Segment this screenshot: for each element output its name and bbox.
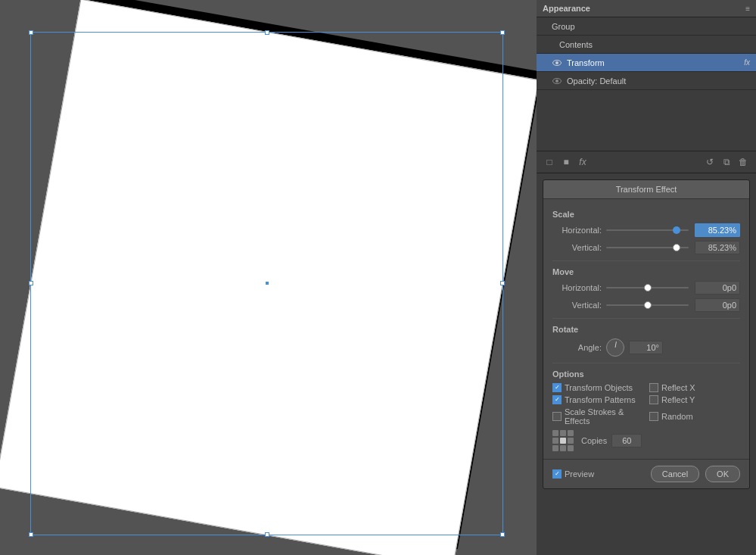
footer-duplicate-icon[interactable]: ⧉	[720, 155, 733, 169]
handle-top-right[interactable]	[500, 30, 505, 35]
svg-point-1	[555, 61, 558, 64]
scale-horizontal-slider[interactable]	[606, 229, 689, 231]
angle-needle	[615, 341, 617, 348]
origin-dot-3[interactable]	[568, 430, 574, 436]
footer-fx-icon[interactable]: fx	[576, 155, 590, 169]
appearance-row-transform-label: Transform	[567, 58, 744, 67]
footer-new-fill-icon[interactable]: ■	[559, 155, 573, 169]
handle-bot-left[interactable]	[29, 532, 33, 537]
move-horizontal-slider[interactable]	[606, 287, 689, 288]
appearance-row-transform[interactable]: Transform fx	[537, 54, 756, 72]
reflect-y-label: Reflect Y	[661, 395, 695, 404]
random-checkbox[interactable]	[649, 412, 658, 421]
handle-mid-right[interactable]	[500, 281, 505, 285]
transform-patterns-row: Transform Patterns	[552, 395, 643, 404]
copies-input[interactable]	[611, 434, 642, 447]
appearance-footer: □ ■ fx ↺ ⧉ 🗑	[537, 151, 756, 173]
origin-dot-6[interactable]	[568, 438, 574, 444]
eye-icon-opacity[interactable]	[552, 76, 562, 86]
handle-top-center[interactable]	[265, 30, 269, 35]
footer-clear-icon[interactable]: ↺	[703, 155, 717, 169]
preview-label: Preview	[565, 469, 594, 479]
appearance-row-opacity[interactable]: Opacity: Default	[537, 72, 756, 90]
appearance-row-group-label: Group	[552, 22, 750, 31]
transform-objects-checkbox[interactable]	[552, 383, 562, 392]
origin-dot-1[interactable]	[552, 430, 558, 436]
appearance-spacer	[537, 90, 756, 151]
origin-dot-2[interactable]	[560, 430, 566, 436]
move-rotate-divider	[552, 318, 740, 319]
scale-strokes-checkbox[interactable]	[552, 412, 562, 421]
fx-badge: fx	[744, 58, 750, 67]
angle-input[interactable]	[629, 341, 663, 354]
origin-dot-9[interactable]	[568, 445, 574, 451]
options-grid: Transform Objects Reflect X Transform Pa…	[552, 383, 740, 426]
scale-vertical-input[interactable]	[695, 241, 740, 254]
move-vertical-slider[interactable]	[606, 304, 689, 306]
move-horizontal-row: Horizontal:	[552, 281, 740, 295]
origin-dot-5[interactable]	[560, 438, 566, 444]
origin-dot-7[interactable]	[552, 445, 558, 451]
angle-dial[interactable]	[606, 338, 624, 357]
appearance-list: Group Contents Transform fx	[537, 17, 756, 90]
dialog-title: Transform Effect	[616, 185, 677, 194]
origin-dot-8[interactable]	[560, 445, 566, 451]
transform-effect-dialog: Transform Effect Scale Horizontal: Verti…	[543, 179, 750, 489]
reflect-x-row: Reflect X	[649, 383, 740, 392]
random-label: Random	[661, 412, 693, 421]
scale-strokes-row: Scale Strokes & Effects	[552, 407, 643, 426]
appearance-menu-icon[interactable]: ≡	[745, 5, 750, 13]
scale-horizontal-input[interactable]	[695, 223, 740, 237]
cancel-button[interactable]: Cancel	[651, 466, 699, 482]
move-section-title: Move	[552, 267, 740, 276]
scale-vertical-label: Vertical:	[552, 243, 602, 252]
transform-objects-label: Transform Objects	[565, 383, 633, 392]
appearance-row-contents[interactable]: Contents	[537, 36, 756, 54]
ok-button[interactable]: OK	[705, 466, 740, 482]
appearance-row-contents-label: Contents	[559, 40, 750, 49]
appearance-row-group[interactable]: Group	[537, 17, 756, 36]
origin-grid[interactable]	[552, 430, 574, 451]
handle-mid-left[interactable]	[29, 281, 33, 285]
center-dot	[266, 282, 269, 285]
move-vertical-input[interactable]	[695, 298, 740, 312]
move-horizontal-input[interactable]	[695, 281, 740, 295]
options-section-title: Options	[552, 369, 740, 379]
handle-bot-right[interactable]	[500, 532, 505, 537]
svg-point-3	[555, 80, 558, 83]
move-horizontal-label: Horizontal:	[552, 283, 602, 292]
reflect-x-checkbox[interactable]	[649, 383, 658, 392]
scale-section-title: Scale	[552, 210, 740, 219]
rotate-row: Angle:	[552, 338, 740, 357]
dialog-body: Scale Horizontal: Vertical: Move	[543, 199, 749, 459]
transform-objects-row: Transform Objects	[552, 383, 643, 392]
canvas-content	[19, 20, 511, 535]
reflect-y-checkbox[interactable]	[649, 395, 658, 404]
preview-checkbox[interactable]	[552, 469, 562, 479]
footer-delete-icon[interactable]: 🗑	[736, 155, 750, 169]
scale-move-divider	[552, 260, 740, 261]
dialog-footer: Preview Cancel OK	[543, 459, 749, 488]
scale-vertical-row: Vertical:	[552, 241, 740, 254]
origin-dot-4[interactable]	[552, 438, 558, 444]
scale-horizontal-label: Horizontal:	[552, 226, 602, 235]
scale-horizontal-row: Horizontal:	[552, 223, 740, 237]
scale-strokes-label: Scale Strokes & Effects	[565, 407, 643, 426]
appearance-row-opacity-label: Opacity: Default	[567, 76, 750, 86]
origin-copies-row: Copies	[552, 430, 740, 451]
handle-top-left[interactable]	[29, 30, 33, 35]
rotate-section-title: Rotate	[552, 325, 740, 334]
preview-row: Preview	[552, 469, 645, 479]
eye-icon-transform[interactable]	[552, 58, 562, 68]
appearance-panel-title: Appearance	[543, 4, 590, 13]
handle-bot-center[interactable]	[265, 532, 269, 537]
random-row: Random	[649, 407, 740, 426]
transform-patterns-checkbox[interactable]	[552, 395, 562, 404]
appearance-panel-header: Appearance ≡	[537, 0, 756, 17]
footer-new-stroke-icon[interactable]: □	[543, 155, 556, 169]
move-vertical-row: Vertical:	[552, 298, 740, 312]
selection-border	[30, 32, 503, 535]
dialog-header: Transform Effect	[543, 180, 749, 199]
move-vertical-label: Vertical:	[552, 301, 602, 310]
scale-vertical-slider[interactable]	[606, 247, 689, 248]
